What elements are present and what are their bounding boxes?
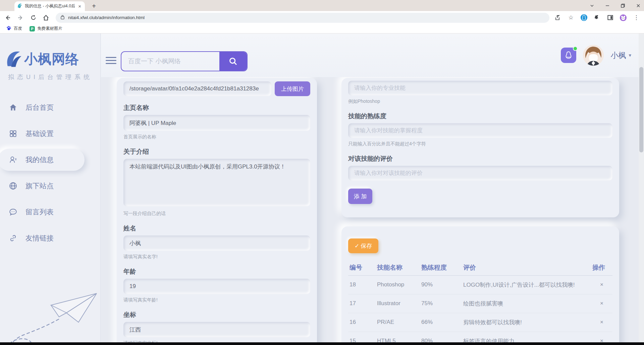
bookmark-label: 百度	[14, 26, 22, 31]
skill-name-hint: 例如Photoshop	[348, 98, 612, 105]
location-label: 坐标	[123, 310, 310, 319]
sidebar-item-dashboard[interactable]: 后台首页	[0, 96, 101, 119]
back-icon[interactable]	[3, 13, 13, 23]
screen-bottom-edge	[0, 342, 644, 345]
sidebar: 小枫网络 拟态UI后台管理系统 后台首页 基础设置 我的信息 旗下站点 留	[0, 33, 101, 345]
close-window-icon[interactable]	[635, 3, 641, 9]
avatar-path-input[interactable]	[123, 81, 271, 96]
age-hint: 请填写真实年龄!	[123, 297, 310, 303]
name-label: 姓名	[123, 224, 310, 233]
sidebar-item-links[interactable]: 友情链接	[0, 227, 101, 249]
delete-row-icon[interactable]: ×	[591, 294, 612, 313]
menu-toggle-icon[interactable]	[106, 57, 116, 65]
home-icon[interactable]	[41, 13, 51, 23]
search-icon	[228, 56, 238, 66]
toolbar-icons: ☆ ⋮	[554, 14, 640, 21]
avatar-path-row: 上传图片	[123, 81, 310, 96]
comment-icon	[9, 208, 17, 216]
globe-icon	[9, 182, 17, 190]
lock-icon	[60, 15, 65, 21]
profile-card: 上传图片 主页名称 首页展示的名称 关于介绍 本站前端源代码以及UI图由小枫原创…	[117, 78, 317, 345]
table-row: 18 Photoshop 90% LOGO制作,UI设计,广告设计...都可以找…	[348, 275, 612, 294]
forward-icon[interactable]	[15, 13, 25, 23]
browser-menu-icon[interactable]: ⋮	[633, 14, 640, 21]
bookmark-free-images[interactable]: P 免费素材图片	[30, 26, 62, 31]
restore-icon[interactable]	[620, 3, 626, 9]
tab-close-icon[interactable]: ×	[77, 3, 82, 9]
logo-leaf-icon	[5, 50, 22, 68]
tab-search-chevron-icon[interactable]	[589, 3, 595, 9]
share-icon[interactable]	[554, 14, 561, 21]
sidebar-item-my-info[interactable]: 我的信息	[0, 149, 85, 171]
qq-penguin-icon	[564, 51, 573, 60]
proficiency-input[interactable]	[348, 123, 612, 138]
browser-tab[interactable]: 我的信息 - 小枫拟态ui4.0后台管 ×	[14, 1, 85, 11]
check-icon: ✓	[355, 243, 359, 250]
add-skill-button[interactable]: 添 加	[348, 189, 372, 204]
proficiency-hint: 只能输入百分比并且不能超过4个字符	[348, 141, 612, 147]
skill-name-input[interactable]	[348, 81, 612, 95]
side-panel-icon[interactable]	[606, 14, 614, 21]
age-label: 年龄	[123, 267, 310, 276]
evaluation-input[interactable]	[348, 166, 612, 181]
bookmark-star-icon[interactable]: ☆	[567, 14, 575, 21]
page-scrollbar[interactable]	[639, 33, 644, 345]
profile-avatar-icon[interactable]	[620, 14, 627, 21]
online-status-dot	[573, 46, 578, 51]
username-text: 小枫	[610, 50, 626, 61]
bookmark-baidu[interactable]: 百度	[6, 25, 22, 32]
scrollbar-thumb[interactable]	[639, 67, 643, 152]
site-favicon-icon	[17, 3, 22, 10]
link-icon	[9, 234, 17, 243]
sidebar-item-basic-settings[interactable]: 基础设置	[0, 123, 101, 145]
about-hint: 写一段介绍自己的话	[123, 211, 310, 217]
home-name-label: 主页名称	[123, 104, 310, 112]
col-proficiency: 熟练程度	[420, 260, 462, 275]
location-input[interactable]	[123, 322, 310, 337]
extension-penguin-icon[interactable]	[580, 14, 588, 21]
baidu-paw-icon	[6, 25, 11, 32]
new-tab-button[interactable]: +	[90, 2, 98, 10]
qq-button[interactable]	[561, 48, 576, 63]
page-header: 小枫 ▾	[101, 33, 639, 77]
pixabay-icon: P	[30, 26, 35, 31]
url-bar[interactable]: nitai4.xfwl.club/admin/information.html	[56, 13, 549, 23]
name-input[interactable]	[123, 235, 310, 251]
home-name-input[interactable]	[123, 115, 310, 131]
url-text: nitai4.xfwl.club/admin/information.html	[68, 15, 145, 20]
minimize-icon[interactable]	[604, 3, 610, 9]
sidebar-item-messages[interactable]: 留言列表	[0, 201, 101, 223]
user-menu[interactable]: 小枫 ▾	[610, 50, 631, 61]
upload-image-button[interactable]: 上传图片	[275, 81, 310, 96]
table-row: 16 PR/AE 66% 剪辑特效都可以找我噢! ×	[348, 313, 612, 332]
logo-subtitle: 拟态UI后台管理系统	[0, 73, 101, 81]
skill-form-card: 例如Photoshop 技能的熟练度 只能输入百分比并且不能超过4个字符 对该技…	[341, 78, 619, 217]
age-input[interactable]	[123, 279, 310, 294]
delete-row-icon[interactable]: ×	[591, 275, 612, 294]
evaluation-label: 对该技能的评价	[348, 154, 612, 163]
main-content: 上传图片 主页名称 首页展示的名称 关于介绍 本站前端源代码以及UI图由小枫原创…	[101, 77, 639, 345]
extensions-puzzle-icon[interactable]	[593, 14, 601, 21]
home-icon	[9, 103, 17, 112]
save-button[interactable]: ✓ 保存	[348, 238, 378, 253]
about-textarea[interactable]: 本站前端源代码以及UI图由小枫原创，采用GPL3.0开源协议！	[123, 159, 310, 206]
col-comment: 评价	[462, 260, 591, 275]
refresh-icon[interactable]	[28, 13, 38, 23]
paper-plane-decoration	[0, 251, 101, 345]
admin-page: 小枫网络 拟态UI后台管理系统 后台首页 基础设置 我的信息 旗下站点 留	[0, 33, 644, 345]
col-skill-name: 技能名称	[376, 260, 420, 275]
delete-row-icon[interactable]: ×	[591, 313, 612, 332]
col-id: 编号	[348, 260, 376, 275]
user-icon	[9, 155, 17, 164]
search-button[interactable]	[219, 52, 247, 71]
browser-toolbar: nitai4.xfwl.club/admin/information.html …	[0, 11, 644, 24]
search-input[interactable]	[121, 52, 219, 71]
tab-title: 我的信息 - 小枫拟态ui4.0后台管	[25, 3, 75, 9]
sidebar-item-sites[interactable]: 旗下站点	[0, 175, 101, 197]
col-actions: 操作	[591, 260, 612, 275]
name-hint: 请填写真实名字!	[123, 254, 310, 260]
home-name-hint: 首页展示的名称	[123, 134, 310, 140]
user-avatar[interactable]	[583, 45, 604, 66]
grid-icon	[9, 129, 17, 138]
skills-table-card: ✓ 保存 编号 技能名称 熟练程度 评价 操作 18 Photos	[341, 226, 619, 345]
